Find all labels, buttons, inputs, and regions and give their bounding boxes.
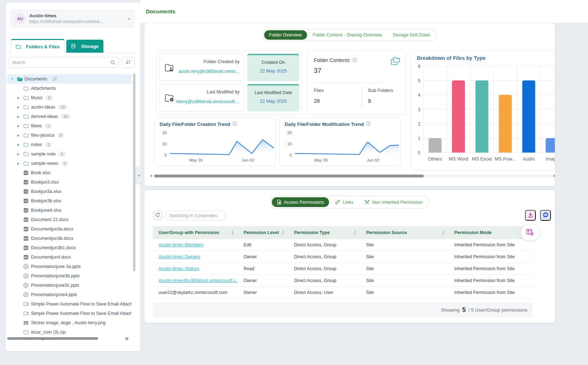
tree-item-bookjun3a-xlsx[interactable]: XBookjun3a.xlsx <box>7 187 132 196</box>
tree-item-sample-note[interactable]: ▶sample note2 <box>7 149 132 159</box>
caret-down-icon[interactable]: ▼ <box>11 78 17 81</box>
chat-button[interactable] <box>540 210 551 221</box>
tab-folder-content-sharing-overview[interactable]: Folder Content - Sharing Overview <box>308 30 387 40</box>
user-group-link[interactable]: Austin-times Members <box>159 242 203 247</box>
column-header-permission-source[interactable]: Permission Source⋮ <box>360 226 449 239</box>
kebab-menu-icon[interactable]: ⋮ <box>353 226 357 239</box>
kebab-menu-icon[interactable]: ⋮ <box>441 226 446 239</box>
cell-text: Inherited Permission from Site <box>454 254 514 259</box>
chevron-down-icon[interactable]: ▾ <box>128 17 130 21</box>
caret-right-icon[interactable]: ▶ <box>17 124 23 128</box>
refresh-button[interactable] <box>153 211 162 220</box>
scrollbar-thumb[interactable] <box>154 175 424 177</box>
tree-item-label: files-jessica <box>31 133 54 138</box>
tree-item-simple-power-automate-flow-to-save-email-attachments-in-s[interactable]: Simple Power Automate Flow to Save Email… <box>7 299 132 309</box>
table-row[interactable]: user22@skylarkz.onmicrosoft.comOwnerDire… <box>153 287 533 299</box>
tab-links[interactable]: Links <box>330 197 358 207</box>
tree-item-bookjun3-xlsx[interactable]: XBookjun3.xlsx <box>7 177 132 187</box>
tree-item-label: Music <box>31 95 43 100</box>
cell-text: Inherited Permission from Site <box>454 290 514 295</box>
column-header-permission-mode[interactable]: Permission Mode⋮ <box>449 226 533 239</box>
tree-item-documentjun3b-docx[interactable]: WDocumentjun3b.docx <box>7 234 132 243</box>
tree-item-documentjun3b1-docx[interactable]: WDocumentjun3b1.docx <box>7 243 132 252</box>
tree-vertical-scrollbar[interactable] <box>133 74 135 271</box>
caret-right-icon[interactable]: ▶ <box>17 143 23 146</box>
search-input[interactable] <box>9 60 110 65</box>
tree-horizontal-scrollbar[interactable] <box>7 337 98 340</box>
folder-overview-panel: Folder OverviewFolder Content - Sharing … <box>144 23 555 186</box>
user-group-link[interactable]: Austin-times Owners <box>159 254 200 259</box>
info-icon[interactable] <box>352 57 357 63</box>
tree-item-document-22-docx[interactable]: WDocument 22.docx <box>7 215 132 224</box>
table-row[interactable]: Austin-times MembersEditDirect Access, G… <box>153 239 533 251</box>
tree-item-presentationjune3c-pptx[interactable]: PPresentationjune3c.pptx <box>7 281 132 290</box>
scroll-right-icon[interactable]: ▶ <box>553 174 555 177</box>
tree-item-simple-power-automate-flow-to-save-email-attachments-in-s[interactable]: Simple Power Automate Flow to Save Email… <box>7 309 132 318</box>
caret-right-icon[interactable]: ▶ <box>17 153 23 156</box>
tree-item-documentjun3a-docx[interactable]: WDocumentjun3a.docx <box>7 224 132 234</box>
tab-folders-files[interactable]: Folders & Files <box>11 39 64 53</box>
overview-horizontal-scrollbar[interactable] <box>154 175 552 177</box>
download-button[interactable] <box>525 210 536 221</box>
tree-item-eicar-com-3-zip[interactable]: eicar_com (3).zip <box>7 327 132 337</box>
tree-item-book-xlsx[interactable]: XBook.xlsx <box>7 168 132 177</box>
tree-item-derived-ideas[interactable]: ▶derived-ideas15 <box>7 112 132 121</box>
table-row[interactable]: Austin-times@o365droid.onmicrosoft.c...O… <box>153 275 533 287</box>
sidebar-collapse-handle[interactable]: ◀ <box>135 166 142 184</box>
cell-user[interactable]: Austin-times@o365droid.onmicrosoft.c... <box>153 275 238 286</box>
tree-item-presentationjune3b-pptx[interactable]: PPresentationjune3b.pptx <box>7 271 132 281</box>
user-group-link[interactable]: Austin-times@o365droid.onmicrosoft.c... <box>159 278 238 283</box>
kebab-menu-icon[interactable]: ⋮ <box>230 226 235 239</box>
modified-by-value[interactable]: Henry@o365droid.onmicrosoft.... <box>176 99 240 104</box>
permissions-search-input[interactable] <box>165 211 225 220</box>
info-icon[interactable] <box>232 121 237 127</box>
caret-right-icon[interactable]: ▶ <box>17 106 23 109</box>
tree-item-documents[interactable]: ▼Documents37 <box>7 74 132 84</box>
column-header-pemission-level[interactable]: Pemission Level⋮ <box>238 226 288 239</box>
page-header: Documents <box>140 0 588 23</box>
column-header-permission-type[interactable]: Permission Type⋮ <box>288 226 360 239</box>
info-icon[interactable] <box>366 121 371 127</box>
tree-item-music[interactable]: ▶Music5 <box>7 93 132 102</box>
search-icon[interactable] <box>110 60 119 65</box>
tab-non-inherited-permission[interactable]: Non Inherited Permission <box>359 197 428 207</box>
divider <box>361 86 362 109</box>
tab-folder-overview[interactable]: Folder Overview <box>264 30 307 40</box>
tree-item-bookjune4-xlsx[interactable]: XBookjune4.xlsx <box>7 206 132 215</box>
database-icon <box>71 44 79 49</box>
tree-item-notes[interactable]: ▶notes1 <box>7 140 132 149</box>
tree-item-sample-views[interactable]: ▶sample-views1 <box>7 159 132 168</box>
table-row[interactable]: Austin-times VisitorsReadDirect Access, … <box>153 263 533 275</box>
tree-item-sticker-image-doge-austin-terry-png[interactable]: Sticker image, doge , Austin terry.png <box>7 318 132 327</box>
count-badge: 8 <box>57 133 64 138</box>
column-chooser-button[interactable] <box>521 225 539 241</box>
cell-user[interactable]: Austin-times Members <box>153 239 238 251</box>
site-selector[interactable]: AU Austin-times https://o365droid.sharep… <box>11 10 134 27</box>
scroll-left-icon[interactable]: ◀ <box>150 174 152 177</box>
caret-right-icon[interactable]: ▶ <box>17 162 23 165</box>
sort-button[interactable] <box>122 57 135 68</box>
tree-item-bookjun3b-xlsx[interactable]: XBookjun3b.xlsx <box>7 196 132 206</box>
cell-user[interactable]: Austin-times Visitors <box>153 263 238 274</box>
tab-storage[interactable]: Storage <box>66 40 103 53</box>
tab-access-permissions[interactable]: Access Permissions <box>272 197 329 207</box>
svg-text:X: X <box>24 171 26 175</box>
tab-storage-drill-down[interactable]: Storage Drill Down <box>388 30 435 40</box>
created-by-value[interactable]: austin.terry@o365droid.onmic... <box>178 69 240 74</box>
column-header-user-group-with-permission[interactable]: User/Group with Permission⋮ <box>153 226 238 239</box>
user-group-link[interactable]: Austin-times Visitors <box>159 266 199 271</box>
tree-item-presentationjune4-pptx[interactable]: PPresentationjune4.pptx <box>7 290 132 299</box>
tree-item-documentjun4-docx[interactable]: WDocumentjun4.docx <box>7 252 132 262</box>
tree-item-attachments[interactable]: Attachments <box>7 84 132 93</box>
tree-item-fileee[interactable]: ▶fileee1 <box>7 121 132 131</box>
table-row[interactable]: Austin-times OwnersOwnerDirect Access, G… <box>153 251 533 263</box>
caret-right-icon[interactable]: ▶ <box>17 115 23 118</box>
tree-item-files-jessica[interactable]: ▶files-jessica8 <box>7 131 132 140</box>
caret-right-icon[interactable]: ▶ <box>17 134 23 137</box>
kebab-menu-icon[interactable]: ⋮ <box>281 226 285 239</box>
svg-text:X: X <box>24 190 26 193</box>
tree-item-austin-ideas[interactable]: ▶austin-ideas15 <box>7 102 132 112</box>
cell-user[interactable]: Austin-times Owners <box>153 251 238 263</box>
tree-item-presentationjune-3a-pptx[interactable]: PPresentationjune 3a.pptx <box>7 262 132 271</box>
caret-right-icon[interactable]: ▶ <box>17 96 23 100</box>
